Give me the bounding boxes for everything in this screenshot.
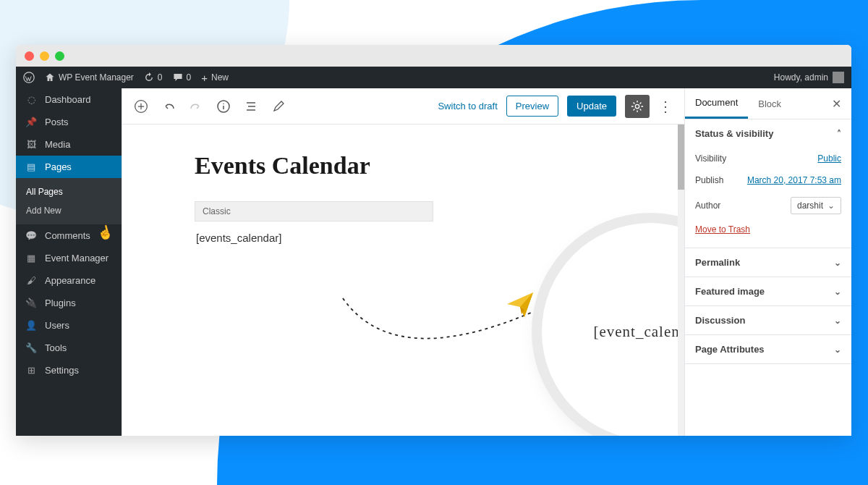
tab-block[interactable]: Block xyxy=(748,90,791,118)
wrench-icon: 🔧 xyxy=(25,342,38,353)
redo-button[interactable] xyxy=(189,99,203,114)
publish-date-link[interactable]: March 20, 2017 7:53 am xyxy=(747,175,841,185)
more-options-button[interactable]: ⋮ xyxy=(658,98,673,115)
sidebar-item-label: Appearance xyxy=(45,275,95,286)
new-content-link[interactable]: + New xyxy=(201,72,229,84)
section-status-visibility[interactable]: Status & visibility˄ xyxy=(685,119,851,148)
sidebar-item-label: Dashboard xyxy=(45,94,91,105)
sidebar-item-settings[interactable]: ⊞Settings xyxy=(16,359,122,381)
page-title[interactable]: Events Calendar xyxy=(195,152,673,180)
browser-window: WP Event Manager 0 0 + New Howdy, admin … xyxy=(16,45,851,436)
pin-icon: 📌 xyxy=(25,117,38,127)
comments-link[interactable]: 0 xyxy=(173,72,192,83)
chevron-down-icon: ⌄ xyxy=(827,201,835,211)
tab-document[interactable]: Document xyxy=(685,88,748,119)
sidebar-item-media[interactable]: 🖾Media xyxy=(16,133,122,156)
sidebar-item-label: Users xyxy=(45,320,69,331)
sidebar-item-event-manager[interactable]: ▦Event Manager xyxy=(16,247,122,269)
svg-point-0 xyxy=(24,72,34,83)
close-panel-button[interactable]: ✕ xyxy=(822,97,851,111)
user-icon: 👤 xyxy=(25,320,38,331)
speedometer-icon: ◌ xyxy=(25,94,38,105)
section-page-attributes[interactable]: Page Attributes⌄ xyxy=(685,335,851,363)
chevron-up-icon: ˄ xyxy=(837,129,841,139)
publish-label: Publish xyxy=(695,175,723,185)
updates-link[interactable]: 0 xyxy=(144,72,163,83)
maximize-window-dot[interactable] xyxy=(55,51,64,61)
sidebar-item-pages[interactable]: ▤Pages xyxy=(16,156,122,178)
sidebar-item-tools[interactable]: 🔧Tools xyxy=(16,337,122,359)
editor-scrollbar[interactable] xyxy=(678,125,684,436)
sidebar-item-posts[interactable]: 📌Posts xyxy=(16,111,122,133)
section-featured-image[interactable]: Featured image⌄ xyxy=(685,277,851,305)
callout-circle: [event_calendar] xyxy=(542,223,684,436)
sidebar-item-label: Settings xyxy=(45,365,79,376)
chevron-down-icon: ⌄ xyxy=(834,345,841,355)
minimize-window-dot[interactable] xyxy=(40,51,49,61)
sidebar-item-label: Tools xyxy=(45,342,67,353)
avatar[interactable] xyxy=(833,72,844,83)
site-name-link[interactable]: WP Event Manager xyxy=(45,72,134,83)
section-permalink[interactable]: Permalink⌄ xyxy=(685,248,851,277)
visibility-label: Visibility xyxy=(695,153,726,164)
preview-button[interactable]: Preview xyxy=(506,96,558,117)
sidebar-sub-add-new[interactable]: Add New xyxy=(16,201,122,220)
sidebar-item-users[interactable]: 👤Users xyxy=(16,314,122,337)
settings-panel: Document Block ✕ Status & visibility˄ Vi… xyxy=(685,88,851,436)
updates-count: 0 xyxy=(158,72,163,83)
sliders-icon: ⊞ xyxy=(25,365,38,376)
editor-column: Switch to draft Preview Update ⋮ Events … xyxy=(122,88,685,436)
chevron-down-icon: ⌄ xyxy=(834,316,841,326)
window-titlebar xyxy=(16,45,851,67)
block-type-label: Classic xyxy=(195,201,433,222)
section-discussion[interactable]: Discussion⌄ xyxy=(685,306,851,334)
new-label: New xyxy=(211,72,229,83)
switch-to-draft-link[interactable]: Switch to draft xyxy=(438,101,497,111)
add-block-button[interactable] xyxy=(134,99,148,114)
outline-button[interactable] xyxy=(244,99,258,114)
comment-icon: 💬 xyxy=(25,230,38,241)
move-to-trash-link[interactable]: Move to Trash xyxy=(695,220,841,239)
wp-admin-bar: WP Event Manager 0 0 + New Howdy, admin xyxy=(16,67,851,88)
sidebar-item-label: Plugins xyxy=(45,298,76,308)
sidebar-sub-all-pages[interactable]: All Pages xyxy=(16,182,122,201)
classic-block[interactable]: Classic [events_calendar] xyxy=(195,201,433,254)
wp-logo-icon[interactable] xyxy=(23,72,35,83)
chevron-down-icon: ⌄ xyxy=(834,287,841,297)
admin-sidebar: ◌Dashboard 📌Posts 🖾Media ▤Pages All Page… xyxy=(16,88,122,436)
author-select[interactable]: darshit⌄ xyxy=(791,197,841,214)
settings-gear-button[interactable] xyxy=(625,95,650,118)
site-name-text: WP Event Manager xyxy=(59,72,134,83)
callout-text: [event_calendar] xyxy=(593,323,684,341)
editor-content[interactable]: Events Calendar Classic [events_calendar… xyxy=(122,125,684,436)
comments-count: 0 xyxy=(187,72,192,83)
sidebar-item-plugins[interactable]: 🔌Plugins xyxy=(16,292,122,314)
plug-icon: 🔌 xyxy=(25,298,38,308)
sidebar-item-dashboard[interactable]: ◌Dashboard xyxy=(16,88,122,111)
sidebar-item-label: Pages xyxy=(45,161,72,172)
editor-toolbar: Switch to draft Preview Update ⋮ xyxy=(122,88,684,125)
chevron-down-icon: ⌄ xyxy=(834,258,841,268)
sidebar-item-appearance[interactable]: 🖌Appearance xyxy=(16,269,122,292)
brush-icon: 🖌 xyxy=(25,275,38,286)
edit-button[interactable] xyxy=(271,99,286,114)
sidebar-submenu-pages: All Pages Add New xyxy=(16,178,122,224)
author-label: Author xyxy=(695,201,720,211)
info-button[interactable] xyxy=(216,99,231,114)
page-icon: ▤ xyxy=(25,161,38,172)
sidebar-item-label: Event Manager xyxy=(45,253,109,263)
svg-point-3 xyxy=(635,104,639,108)
update-button[interactable]: Update xyxy=(567,96,616,117)
media-icon: 🖾 xyxy=(25,139,38,150)
undo-button[interactable] xyxy=(161,99,176,114)
visibility-value-link[interactable]: Public xyxy=(817,153,841,164)
shortcode-text[interactable]: [events_calendar] xyxy=(195,222,433,254)
sidebar-item-label: Media xyxy=(45,139,70,150)
howdy-text[interactable]: Howdy, admin xyxy=(774,72,828,83)
calendar-icon: ▦ xyxy=(25,253,38,263)
paper-plane-icon xyxy=(506,290,535,319)
close-window-dot[interactable] xyxy=(25,51,34,61)
sidebar-item-label: Comments xyxy=(45,230,90,241)
sidebar-item-label: Posts xyxy=(45,117,69,127)
